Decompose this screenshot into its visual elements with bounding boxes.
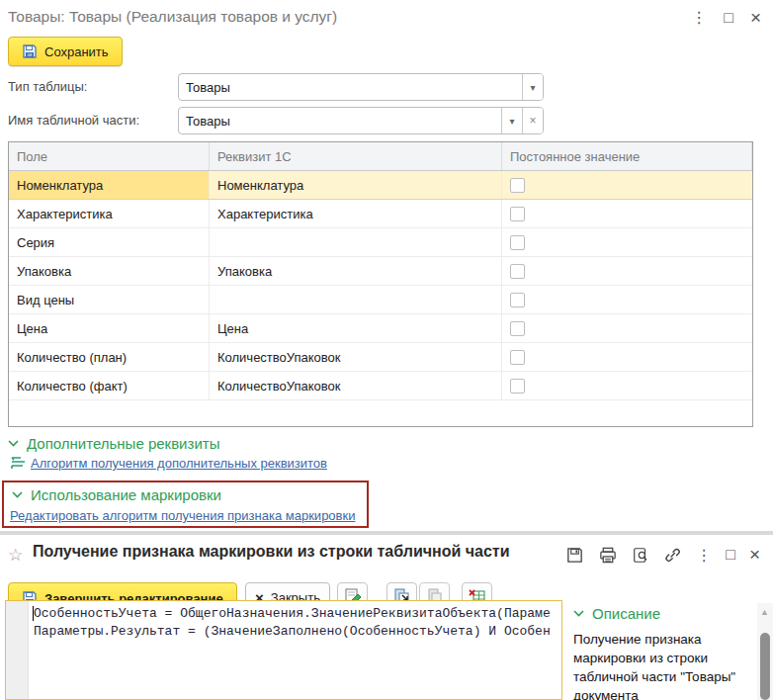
edit-marking-algorithm-link[interactable]: Редактировать алгоритм получения признак… (10, 508, 355, 523)
table-header-row: Поле Реквизит 1С Постоянное значение (9, 142, 752, 171)
editor-gutter (6, 601, 29, 699)
table-row[interactable]: Вид цены (9, 286, 752, 314)
description-text: Получение признака маркировки из строки … (573, 630, 739, 700)
group-additional-label: Дополнительные реквизиты (27, 435, 219, 452)
constant-value-checkbox[interactable] (510, 321, 525, 336)
cell-attr[interactable] (210, 228, 502, 256)
cell-field[interactable]: Количество (план) (9, 343, 210, 371)
code-line[interactable]: Параметры.Результат = (ЗначениеЗаполнено… (34, 624, 551, 639)
app-window: Товары: Товары (Реализация товаров и усл… (0, 0, 773, 700)
link-icon[interactable] (663, 546, 682, 565)
scroll-up-icon[interactable]: ▲ (760, 607, 769, 617)
table-type-dropdown-icon[interactable]: ▾ (522, 74, 543, 100)
description-group-header[interactable]: Описание (573, 605, 660, 622)
constant-value-checkbox[interactable] (510, 293, 525, 307)
bottom-window-controls: ⋮ □ × (565, 544, 760, 566)
maximize-icon[interactable]: □ (724, 8, 733, 28)
chevron-down-icon (12, 491, 23, 498)
chevron-down-icon (573, 610, 584, 617)
code-line[interactable]: ОсобенностьУчета = ОбщегоНазначения.Знач… (34, 606, 551, 621)
save-button-label: Сохранить (44, 44, 109, 59)
group-marking-usage[interactable]: Использование маркировки (12, 486, 221, 503)
bottom-window-title: Получение признака маркировки из строки … (33, 543, 510, 561)
cell-field[interactable]: Характеристика (9, 200, 210, 227)
preview-icon[interactable] (632, 546, 649, 565)
additional-attributes-algorithm-link[interactable]: Алгоритм получения дополнительных реквиз… (31, 456, 327, 471)
tabular-name-label: Имя табличной части: (8, 113, 139, 128)
cell-attr[interactable]: КоличествоУпаковок (210, 372, 502, 399)
cell-field[interactable]: Цена (9, 314, 210, 342)
table-row[interactable]: Характеристика Характеристика (9, 200, 752, 228)
marking-highlight-box: Использование маркировки Редактировать а… (2, 481, 369, 528)
more-menu-icon[interactable]: ⋮ (696, 546, 712, 565)
window-divider (0, 531, 773, 535)
constant-value-checkbox[interactable] (510, 379, 525, 394)
cell-attr[interactable]: Цена (210, 314, 502, 342)
group-additional-attributes[interactable]: Дополнительные реквизиты (8, 435, 219, 452)
top-window-title: Товары: Товары (Реализация товаров и усл… (8, 8, 337, 26)
maximize-icon[interactable]: □ (726, 546, 735, 564)
description-header-label: Описание (592, 605, 660, 622)
favorite-star-icon[interactable]: ☆ (8, 545, 23, 566)
table-row[interactable]: Серия (9, 228, 752, 257)
save-disk-icon: ок (22, 44, 38, 59)
tabular-name-clear-icon[interactable]: × (522, 108, 543, 133)
cell-field[interactable]: Количество (факт) (9, 372, 210, 399)
cell-attr[interactable]: Упаковка (210, 257, 502, 285)
constant-value-checkbox[interactable] (510, 178, 525, 193)
cell-const[interactable] (502, 171, 752, 199)
cell-field[interactable]: Вид цены (9, 286, 210, 313)
table-row[interactable]: Номенклатура Номенклатура (9, 171, 752, 200)
cell-attr[interactable]: Характеристика (210, 200, 502, 227)
cell-field[interactable]: Номенклатура (9, 171, 210, 199)
cell-const[interactable] (502, 314, 752, 342)
chevron-down-icon (8, 440, 19, 447)
cell-const[interactable] (502, 372, 752, 399)
print-icon[interactable] (598, 546, 618, 565)
cell-attr[interactable]: КоличествоУпаковок (210, 343, 502, 371)
cell-attr[interactable]: Номенклатура (210, 171, 502, 199)
constant-value-checkbox[interactable] (510, 264, 525, 279)
cell-const[interactable] (502, 200, 752, 227)
tabular-name-combo[interactable]: Товары ▾ × (178, 107, 544, 134)
table-row[interactable]: Количество (план) КоличествоУпаковок (9, 343, 752, 372)
column-header-attr[interactable]: Реквизит 1С (210, 142, 502, 170)
cell-const[interactable] (502, 286, 752, 313)
column-header-const[interactable]: Постоянное значение (502, 142, 752, 170)
scrollbar-thumb[interactable] (760, 633, 770, 700)
table-type-label: Тип таблицы: (8, 79, 87, 94)
close-icon[interactable]: × (749, 544, 760, 566)
table-type-combo[interactable]: Товары ▾ (178, 73, 544, 101)
tabular-name-value[interactable]: Товары (179, 108, 501, 133)
cell-const[interactable] (502, 343, 752, 371)
mapping-table: Поле Реквизит 1С Постоянное значение Ном… (8, 141, 753, 427)
cell-attr[interactable] (210, 286, 502, 313)
svg-text:ок: ок (28, 52, 33, 57)
table-type-value[interactable]: Товары (179, 74, 522, 100)
cell-const[interactable] (502, 257, 752, 285)
table-row[interactable]: Количество (факт) КоличествоУпаковок (9, 372, 752, 400)
algorithm-icon (11, 456, 26, 470)
constant-value-checkbox[interactable] (510, 235, 525, 250)
cell-field[interactable]: Упаковка (9, 257, 210, 285)
tabular-name-dropdown-icon[interactable]: ▾ (501, 108, 522, 133)
more-menu-icon[interactable]: ⋮ (691, 8, 707, 28)
save-button[interactable]: ок Сохранить (8, 37, 123, 66)
column-header-field[interactable]: Поле (9, 142, 210, 170)
save-icon[interactable] (565, 546, 584, 565)
code-editor[interactable]: ОсобенностьУчета = ОбщегоНазначения.Знач… (5, 600, 562, 700)
table-row[interactable]: Цена Цена (9, 314, 752, 343)
constant-value-checkbox[interactable] (510, 350, 525, 365)
constant-value-checkbox[interactable] (510, 207, 525, 221)
cell-const[interactable] (502, 228, 752, 256)
group-marking-label: Использование маркировки (31, 486, 221, 503)
table-row[interactable]: Упаковка Упаковка (9, 257, 752, 286)
cell-field[interactable]: Серия (9, 228, 210, 256)
description-scrollbar[interactable]: ▲ (757, 603, 773, 700)
close-icon[interactable]: × (750, 8, 761, 28)
top-window-controls: ⋮ □ × (691, 8, 761, 28)
